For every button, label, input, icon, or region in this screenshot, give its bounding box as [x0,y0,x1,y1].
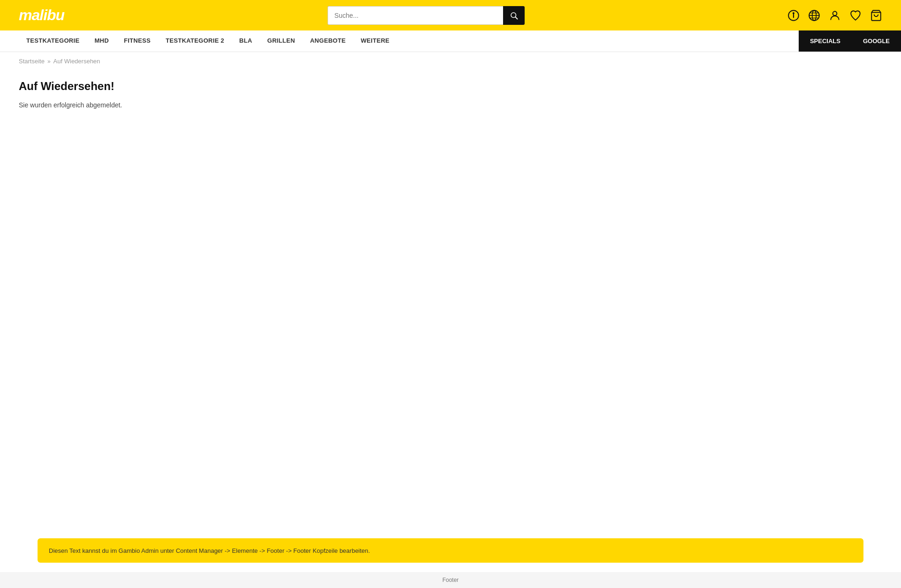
nav-item-mhd[interactable]: MHD [87,30,116,52]
header-icons [787,9,882,22]
main-nav: TESTKATEGORIE MHD FITNESS TESTKATEGORIE … [0,30,901,52]
nav-item-fitness[interactable]: FITNESS [116,30,158,52]
nav-item-angebote[interactable]: ANGEBOTE [303,30,353,52]
svg-line-1 [515,17,517,19]
logo[interactable]: malibu [19,7,64,24]
nav-item-weitere[interactable]: WEITERE [353,30,397,52]
page-message: Sie wurden erfolgreich abgemeldet. [19,101,882,109]
footer-banner: Diesen Text kannst du im Gambio Admin un… [38,538,863,563]
breadcrumb: Startseite » Auf Wiedersehen [0,52,901,70]
nav-item-specials[interactable]: SPECIALS [799,30,852,52]
nav-item-google[interactable]: GOOGLE [852,30,901,52]
footer-label: Footer [443,577,459,583]
footer: Footer [0,572,901,588]
main-content: Auf Wiedersehen! Sie wurden erfolgreich … [0,70,901,538]
header: malibu [0,0,901,30]
nav-item-bla[interactable]: BLA [232,30,260,52]
breadcrumb-current: Auf Wiedersehen [53,58,100,65]
page-title: Auf Wiedersehen! [19,80,882,93]
svg-point-10 [833,11,837,15]
search-button[interactable] [503,6,525,25]
search-icon [510,11,518,20]
footer-banner-text: Diesen Text kannst du im Gambio Admin un… [49,547,370,554]
svg-point-4 [793,13,794,14]
search-bar [328,6,525,25]
nav-item-testkategorie2[interactable]: TESTKATEGORIE 2 [158,30,232,52]
nav-item-testkategorie[interactable]: TESTKATEGORIE [19,30,87,52]
breadcrumb-home[interactable]: Startseite [19,58,45,65]
account-icon[interactable] [829,9,841,22]
language-icon[interactable] [808,9,820,22]
wishlist-icon[interactable] [849,9,862,22]
search-input[interactable] [328,6,503,25]
breadcrumb-separator: » [47,58,51,65]
cart-icon[interactable] [870,9,882,22]
info-icon[interactable] [787,9,800,22]
nav-item-grillen[interactable]: GRILLEN [260,30,302,52]
